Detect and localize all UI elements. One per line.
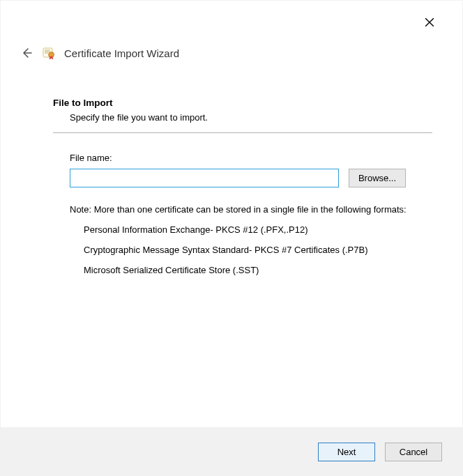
list-item: Microsoft Serialized Certificate Store (…: [84, 265, 432, 275]
step-title: File to Import: [53, 98, 432, 108]
next-button[interactable]: Next: [318, 443, 375, 461]
divider: [53, 132, 432, 133]
list-item: Cryptographic Message Syntax Standard- P…: [84, 245, 432, 255]
field-area: File name: Browse... Note: More than one…: [70, 153, 432, 275]
wizard-header: Certificate Import Wizard: [20, 46, 179, 60]
note-text: Note: More than one certificate can be s…: [70, 204, 432, 215]
wizard-window: Certificate Import Wizard File to Import…: [0, 0, 463, 476]
browse-button[interactable]: Browse...: [349, 169, 406, 187]
filename-input[interactable]: [70, 169, 339, 187]
filename-row: Browse...: [70, 169, 432, 187]
filename-label: File name:: [70, 153, 432, 163]
footer-bar: Next Cancel: [0, 427, 463, 476]
wizard-title: Certificate Import Wizard: [64, 47, 179, 59]
cancel-button[interactable]: Cancel: [385, 443, 442, 461]
format-list: Personal Information Exchange- PKCS #12 …: [84, 224, 432, 275]
close-icon[interactable]: [418, 14, 441, 31]
content-area: File to Import Specify the file you want…: [53, 98, 432, 285]
list-item: Personal Information Exchange- PKCS #12 …: [84, 224, 432, 235]
back-arrow-icon[interactable]: [20, 46, 33, 60]
certificate-icon: [42, 46, 56, 60]
step-subtitle: Specify the file you want to import.: [70, 112, 432, 123]
